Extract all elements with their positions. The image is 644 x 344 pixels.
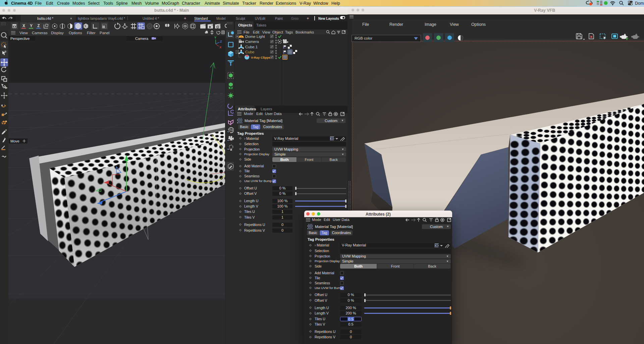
svg-text:Cube.1: Cube.1 bbox=[245, 45, 258, 49]
svg-text:X: X bbox=[22, 23, 25, 28]
svg-text:ST: ST bbox=[227, 131, 230, 133]
svg-text:T: T bbox=[229, 61, 233, 67]
svg-text:Y: Y bbox=[214, 36, 216, 39]
svg-text:X: X bbox=[219, 46, 221, 49]
svg-text:V-Ray Clipper: V-Ray Clipper bbox=[251, 56, 272, 59]
svg-text:Camera: Camera bbox=[245, 40, 259, 44]
svg-text:Cube: Cube bbox=[245, 50, 255, 54]
svg-text:Z: Z bbox=[220, 40, 222, 43]
svg-text:Move: Move bbox=[10, 139, 19, 143]
svg-text:ST: ST bbox=[227, 148, 230, 150]
svg-text:Y: Y bbox=[30, 23, 33, 28]
svg-text:Z: Z bbox=[37, 23, 40, 28]
svg-text:Dome Light: Dome Light bbox=[245, 35, 265, 39]
svg-text:ST: ST bbox=[227, 139, 230, 141]
svg-text:Camera: Camera bbox=[135, 37, 149, 41]
svg-text:Perspective: Perspective bbox=[10, 37, 30, 41]
